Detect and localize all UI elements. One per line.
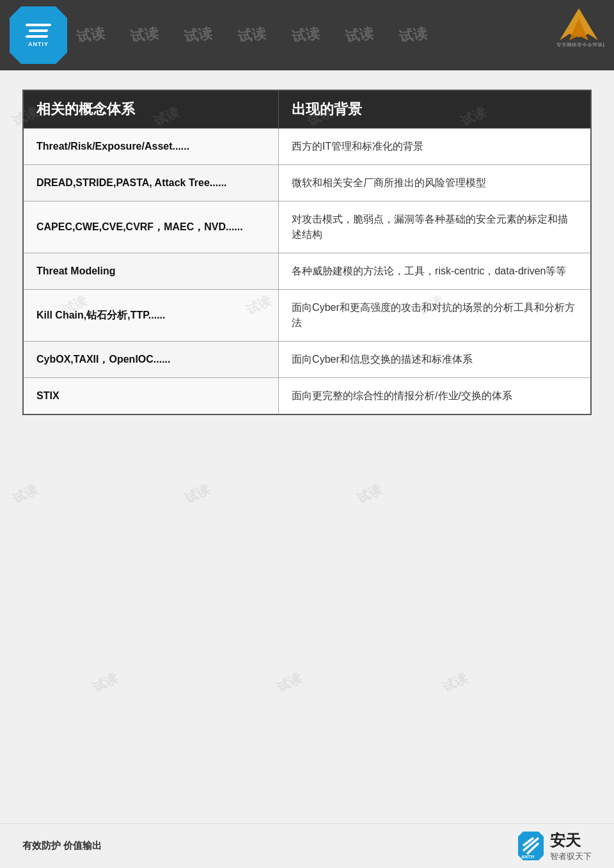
antiy-brand-container: ANTIY 安天 智者驭天下 bbox=[518, 830, 592, 862]
wm-7: 试读 bbox=[398, 24, 429, 47]
page-wm-11: 试读 bbox=[90, 670, 120, 696]
wm-3: 试读 bbox=[183, 24, 214, 47]
page-wm-9: 试读 bbox=[182, 481, 212, 507]
wm-2: 试读 bbox=[129, 24, 160, 47]
table-cell-col1-3: Threat Modeling bbox=[23, 253, 279, 290]
main-table: 相关的概念体系 出现的背景 Threat/Risk/Exposure/Asset… bbox=[22, 90, 592, 415]
svg-text:ANTIY: ANTIY bbox=[521, 855, 535, 859]
table-row: STIX面向更完整的综合性的情报分析/作业/交换的体系 bbox=[23, 378, 591, 415]
table-row: CAPEC,CWE,CVE,CVRF，MAEC，NVD......对攻击模式，脆… bbox=[23, 201, 591, 253]
wm-4: 试读 bbox=[237, 24, 267, 47]
table-cell-col2-0: 西方的IT管理和标准化的背景 bbox=[279, 129, 591, 165]
wm-6: 试读 bbox=[344, 24, 375, 47]
header-watermarks: 试读 试读 试读 试读 试读 试读 试读 bbox=[0, 0, 614, 70]
footer-brand: ANTIY 安天 智者驭天下 bbox=[518, 830, 592, 862]
logo-lines bbox=[26, 24, 51, 38]
logo-line-3 bbox=[25, 35, 48, 38]
header: ANTIY 试读 试读 试读 试读 试读 试读 试读 安天网络安全令营第四届 bbox=[0, 0, 614, 70]
wm-1: 试读 bbox=[75, 24, 106, 47]
table-cell-col2-3: 各种威胁建模的方法论，工具，risk-centric，data-driven等等 bbox=[279, 253, 591, 290]
table-cell-col1-5: CybOX,TAXII，OpenIOC...... bbox=[23, 342, 279, 378]
table-row: Kill Chain,钻石分析,TTP......面向Cyber和更高强度的攻击… bbox=[23, 290, 591, 342]
table-row: DREAD,STRIDE,PASTA, Attack Tree......微软和… bbox=[23, 165, 591, 201]
table-header-row: 相关的概念体系 出现的背景 bbox=[23, 90, 591, 129]
table-cell-col1-0: Threat/Risk/Exposure/Asset...... bbox=[23, 129, 279, 165]
col1-header: 相关的概念体系 bbox=[23, 90, 279, 129]
wm-5: 试读 bbox=[290, 24, 321, 47]
table-cell-col1-6: STIX bbox=[23, 378, 279, 415]
header-right-brand: 安天网络安全令营第四届 bbox=[553, 5, 604, 49]
logo-label: ANTIY bbox=[28, 41, 49, 47]
footer: 有效防护 价值输出 ANTIY 安天 智者驭天下 bbox=[0, 823, 614, 868]
table-row: CybOX,TAXII，OpenIOC......面向Cyber和信息交换的描述… bbox=[23, 342, 591, 378]
svg-text:安天网络安全令营第四届: 安天网络安全令营第四届 bbox=[556, 42, 604, 47]
table-cell-col2-4: 面向Cyber和更高强度的攻击和对抗的场景的分析工具和分析方法 bbox=[279, 290, 591, 342]
logo-line-1 bbox=[25, 24, 51, 26]
table-row: Threat/Risk/Exposure/Asset......西方的IT管理和… bbox=[23, 129, 591, 165]
table-cell-col2-6: 面向更完整的综合性的情报分析/作业/交换的体系 bbox=[279, 378, 591, 415]
page-wm-13: 试读 bbox=[439, 670, 470, 696]
table-cell-col2-5: 面向Cyber和信息交换的描述和标准体系 bbox=[279, 342, 591, 378]
page-wm-12: 试读 bbox=[274, 670, 304, 696]
page-wm-8: 试读 bbox=[10, 481, 40, 507]
table-cell-col1-1: DREAD,STRIDE,PASTA, Attack Tree...... bbox=[23, 165, 279, 201]
table-cell-col1-2: CAPEC,CWE,CVE,CVRF，MAEC，NVD...... bbox=[23, 201, 279, 253]
brand-suffix-text: 智者驭天下 bbox=[550, 851, 592, 862]
table-row: Threat Modeling各种威胁建模的方法论，工具，risk-centri… bbox=[23, 253, 591, 290]
col2-header: 出现的背景 bbox=[279, 90, 591, 129]
footer-tagline: 有效防护 价值输出 bbox=[22, 840, 102, 852]
table-cell-col2-2: 对攻击模式，脆弱点，漏洞等各种基础的安全元素的标定和描述结构 bbox=[279, 201, 591, 253]
table-cell-col2-1: 微软和相关安全厂商所推出的风险管理模型 bbox=[279, 165, 591, 201]
table-cell-col1-4: Kill Chain,钻石分析,TTP...... bbox=[23, 290, 279, 342]
main-content: 试读 试读 试读 试读 试读 试读 试读 试读 试读 试读 试读 试读 试读 相… bbox=[0, 70, 614, 825]
page-wm-10: 试读 bbox=[354, 481, 384, 507]
header-logo: ANTIY bbox=[10, 6, 67, 64]
antiy-icon: ANTIY bbox=[518, 832, 544, 860]
logo-line-2 bbox=[28, 29, 48, 32]
brand-name-text: 安天 bbox=[550, 830, 592, 851]
